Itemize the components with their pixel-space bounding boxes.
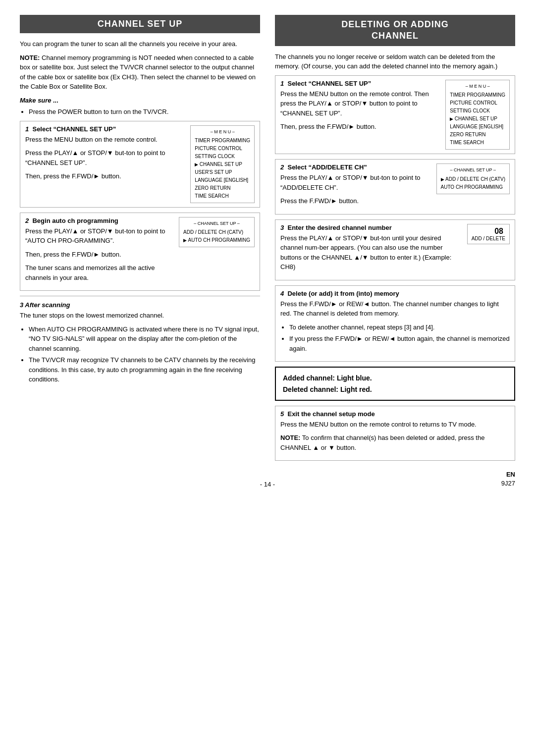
left-step2-text3: The tuner scans and memorizes all the ac… [25, 263, 174, 282]
channel-number: 08 [472, 227, 505, 236]
left-step1-text2: Press the PLAY/▲ or STOP/▼ but-ton to po… [25, 148, 185, 167]
right-step2-text1: Press the PLAY/▲ or STOP/▼ but-ton to po… [280, 173, 431, 192]
right-step5-container: 5 Exit the channel setup mode Press the … [275, 406, 515, 461]
right-step5-label: 5 Exit the channel setup mode [280, 410, 510, 418]
left-step2-menu: – CHANNEL SET UP – ADD / DELETE CH (CATV… [179, 217, 255, 247]
left-step2-container: 2 Begin auto ch programming Press the PL… [20, 213, 260, 291]
right-step2-title: Select “ADD/DELETE CH” [287, 163, 367, 171]
left-step1-container: 1 Select “CHANNEL SET UP” Press the MENU… [20, 121, 260, 208]
left-step2-inner: 2 Begin auto ch programming Press the PL… [25, 217, 255, 287]
right-step1-text: 1 Select “CHANNEL SET UP” Press the MENU… [280, 80, 440, 136]
left-step1-title: Select “CHANNEL SET UP” [32, 125, 116, 133]
deleting-adding-header-line1: DELETING OR ADDING [281, 19, 509, 30]
footer: - 14 - EN 9J27 [20, 481, 515, 488]
channel-label: ADD / DELETE [472, 236, 505, 241]
left-step3-bullets: When AUTO CH PROGRAMMING is activated wh… [29, 324, 260, 384]
right-step4-bullet2: If you press the F.FWD/► or REW/◄ button… [289, 334, 510, 353]
left-step3-header: 3 After scanning [20, 301, 260, 309]
right-step1-menu-item-2: PICTURE CONTROL [450, 99, 505, 107]
right-step4-text1: Press the F.FWD/► or REW/◄ button. The c… [280, 299, 510, 319]
left-note: NOTE: Channel memory programming is NOT … [20, 53, 260, 92]
note-label: NOTE: [20, 54, 40, 61]
make-sure-label: Make sure ... [20, 96, 260, 106]
left-step1-menu: – M E N U – TIMER PROGRAMMING PICTURE CO… [190, 125, 255, 203]
left-step1-text: 1 Select “CHANNEL SET UP” Press the MENU… [25, 125, 185, 185]
menu-item-6: LANGUAGE [ENGLISH] [195, 176, 250, 184]
right-step1-container: 1 Select “CHANNEL SET UP” Press the MENU… [275, 75, 515, 154]
left-step2-title: Begin auto ch programming [32, 217, 118, 224]
make-sure-item: Press the POWER button to turn on the TV… [29, 107, 260, 117]
left-step3-text1: The tuner stops on the lowest memorized … [20, 311, 260, 321]
right-step2-menu: – CHANNEL SET UP – ADD / DELETE CH (CATV… [436, 163, 510, 194]
left-intro: You can program the tuner to scan all th… [20, 39, 260, 49]
right-step2-container: 2 Select “ADD/DELETE CH” Press the PLAY/… [275, 159, 515, 215]
en-code: EN 9J27 [501, 470, 515, 488]
right-intro: The channels you no longer receive or se… [275, 52, 515, 71]
right-step1-text1: Press the MENU button on the remote cont… [280, 89, 440, 118]
menu-item-4-selected: CHANNEL SET UP [195, 161, 250, 168]
right-step1-label: 1 Select “CHANNEL SET UP” [280, 80, 440, 87]
right-step1-menu-title: – M E N U – [450, 83, 505, 90]
right-step4-title: Delete (or add) it from (into) memory [287, 290, 399, 297]
right-step3-text: 3 Enter the desired channel number Press… [280, 224, 462, 276]
menu-item-2: PICTURE CONTROL [195, 145, 250, 153]
left-section: CHANNEL SET UP You can program the tuner… [20, 15, 260, 466]
right-step2-menu-title: – CHANNEL SET UP – [441, 166, 505, 173]
right-note-label: NOTE: [280, 434, 300, 441]
right-step3-text1: Press the PLAY/▲ or STOP/▼ but-ton until… [280, 233, 462, 272]
right-step2-menu-item-1-selected: ADD / DELETE CH (CATV) [441, 175, 505, 183]
right-step5-text1: Press the MENU button on the remote cont… [280, 420, 510, 430]
left-step2-text1: Press the PLAY/▲ or STOP/▼ but-ton to po… [25, 226, 174, 246]
right-step1-inner: 1 Select “CHANNEL SET UP” Press the MENU… [280, 80, 510, 150]
right-step3-title: Enter the desired channel number [287, 224, 391, 231]
left-step3-bullet2: The TV/VCR may recognize TV channels to … [29, 355, 260, 384]
right-step2-label: 2 Select “ADD/DELETE CH” [280, 163, 431, 171]
right-step5-title: Exit the channel setup mode [287, 410, 374, 418]
right-step4-bullet1: To delete another channel, repeat steps … [289, 323, 510, 332]
right-step4-container: 4 Delete (or add) it from (into) memory … [275, 285, 515, 362]
left-step1-label: 1 Select “CHANNEL SET UP” [25, 125, 185, 133]
right-step5-note: NOTE: To confirm that channel(s) has bee… [280, 433, 510, 452]
right-step2-text: 2 Select “ADD/DELETE CH” Press the PLAY/… [280, 163, 431, 210]
left-step2-menu-item-2-selected: AUTO CH PROGRAMMING [183, 236, 250, 244]
right-section: DELETING OR ADDING CHANNEL The channels … [275, 15, 515, 466]
right-step2-menu-item-2: AUTO CH PROGRAMMING [441, 183, 505, 191]
right-step1-text2: Then, press the F.FWD/► button. [280, 122, 440, 132]
left-step1-text3: Then, press the F.FWD/► button. [25, 171, 185, 181]
left-step2-text2: Then, press the F.FWD/► button. [25, 250, 174, 260]
left-step3-bullet1: When AUTO CH PROGRAMMING is activated wh… [29, 324, 260, 354]
left-step1-text1: Press the MENU button on the remote cont… [25, 135, 185, 145]
deleting-adding-header: DELETING OR ADDING CHANNEL [275, 15, 515, 46]
menu-item-8: TIME SEARCH [195, 192, 250, 200]
menu-item-1: TIMER PROGRAMMING [195, 137, 250, 145]
menu-item-7: ZERO RETURN [195, 184, 250, 192]
right-step1-menu-item-5: LANGUAGE [ENGLISH] [450, 123, 505, 131]
highlight-line1: Added channel: Light blue. [283, 373, 507, 383]
right-step3-inner: 3 Enter the desired channel number Press… [280, 224, 510, 276]
left-divider1 [20, 296, 260, 296]
right-step1-menu-item-1: TIMER PROGRAMMING [450, 91, 505, 99]
deleting-adding-header-line2: CHANNEL [281, 30, 509, 42]
right-step1-menu-item-3: SETTING CLOCK [450, 107, 505, 115]
left-step2-text: 2 Begin auto ch programming Press the PL… [25, 217, 174, 287]
right-step4-label: 4 Delete (or add) it from (into) memory [280, 290, 510, 297]
left-step1-menu-title: – M E N U – [195, 128, 250, 135]
note-text: Channel memory programming is NOT needed… [20, 54, 256, 91]
right-step3-label: 3 Enter the desired channel number [280, 224, 462, 231]
right-step2-text2: Press the F.FWD/► button. [280, 196, 431, 206]
right-step2-inner: 2 Select “ADD/DELETE CH” Press the PLAY/… [280, 163, 510, 210]
left-step1-inner: 1 Select “CHANNEL SET UP” Press the MENU… [25, 125, 255, 203]
right-step1-menu-item-7: TIME SEARCH [450, 139, 505, 147]
right-note-text: To confirm that channel(s) has been dele… [280, 434, 484, 451]
right-step3-display: 08 ADD / DELETE [467, 224, 510, 244]
highlight-box: Added channel: Light blue. Deleted chann… [275, 367, 515, 401]
left-step2-menu-item-1: ADD / DELETE CH (CATV) [183, 228, 250, 236]
left-step1-number: 1 [25, 125, 29, 133]
channel-setup-header: CHANNEL SET UP [20, 15, 260, 33]
right-step4-bullets: To delete another channel, repeat steps … [289, 323, 510, 354]
product-code: 9J27 [501, 479, 515, 488]
left-step2-menu-title: – CHANNEL SET UP – [183, 220, 250, 227]
menu-item-3: SETTING CLOCK [195, 153, 250, 161]
en-label: EN [501, 470, 515, 479]
left-step2-label: 2 Begin auto ch programming [25, 217, 174, 224]
